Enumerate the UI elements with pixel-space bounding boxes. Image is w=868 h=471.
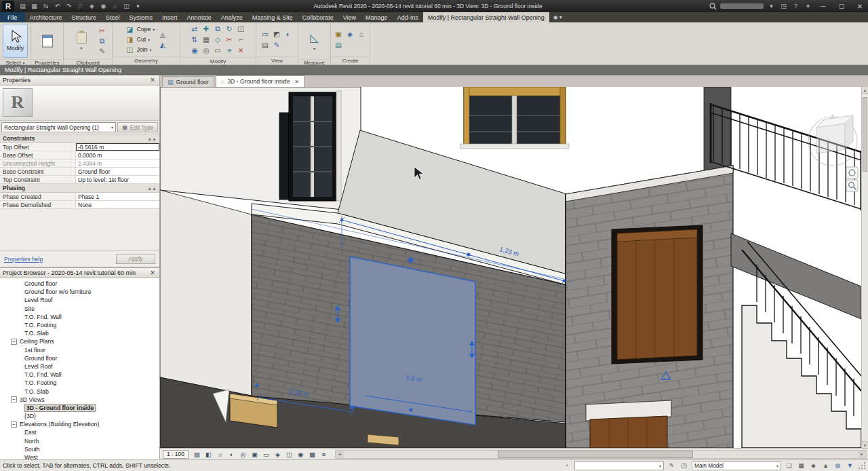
account-dropdown-icon[interactable]: ▾ <box>767 2 776 11</box>
door-right[interactable] <box>612 225 703 364</box>
section-icon[interactable]: ◫ <box>122 2 131 11</box>
align-icon[interactable]: ⇄ <box>190 24 200 33</box>
tab-analyze[interactable]: Analyze <box>216 12 248 22</box>
base-offset-input[interactable]: 0.0000 m <box>76 151 159 159</box>
door-bottom[interactable] <box>586 400 671 448</box>
view-tab-3d-ground-floor[interactable]: ⌂ 3D - Ground floor inside ✕ <box>216 75 304 87</box>
list-item[interactable]: West <box>0 453 159 459</box>
top-constraint-input[interactable]: Up to level: 1st floor <box>76 176 159 183</box>
tab-architecture[interactable]: Architecture <box>25 12 67 22</box>
info-dropdown-icon[interactable]: ▾ <box>804 2 812 11</box>
edit-type-button[interactable]: ▦ Edit Type <box>117 122 158 132</box>
close-view-tab-icon[interactable]: ✕ <box>294 79 299 85</box>
measure-icon[interactable]: ◈ <box>87 2 96 11</box>
visual-style-icon[interactable]: ◧ <box>203 450 214 459</box>
list-item[interactable]: {3D} <box>0 412 159 420</box>
tag-icon[interactable]: ◉ <box>99 2 108 11</box>
exclude-options-icon[interactable]: ❏ <box>785 462 793 469</box>
phase-created-input[interactable]: Phase 1 <box>76 193 159 200</box>
section-constraints[interactable]: Constraints▲▲ <box>0 134 159 143</box>
wall-joins-icon[interactable]: ◬ <box>157 30 167 39</box>
open-icon[interactable]: ▤ <box>18 2 27 11</box>
close-button[interactable]: ✕ <box>852 0 867 12</box>
lock-view-icon[interactable]: ◈ <box>273 450 283 459</box>
scroll-right-icon[interactable]: ► <box>858 451 866 458</box>
select-pinned-icon[interactable]: ◍ <box>833 462 842 469</box>
panel-label-view[interactable]: View <box>256 56 298 64</box>
tab-insert[interactable]: Insert <box>157 12 182 22</box>
help-icon[interactable]: ? <box>791 2 800 11</box>
vertical-scroll-thumb[interactable] <box>863 97 867 172</box>
crop-view-icon[interactable]: ▣ <box>250 450 260 459</box>
list-item[interactable]: T.O. Fnd. Wall <box>0 371 159 379</box>
offset-icon[interactable]: ⇅ <box>190 35 200 44</box>
tab-modify-contextual[interactable]: Modify | Rectangular Straight Wall Openi… <box>423 12 549 22</box>
rotate-icon[interactable]: ↻ <box>224 24 235 33</box>
sun-path-icon[interactable]: ☼ <box>215 450 225 459</box>
copy-element-icon[interactable]: ⧉ <box>213 24 223 33</box>
tab-file[interactable]: File <box>0 12 25 22</box>
linework-icon[interactable]: ✎ <box>272 40 282 50</box>
hide-icon[interactable]: ◐ <box>283 29 294 39</box>
project-browser-close-icon[interactable]: ✕ <box>149 269 157 276</box>
panel-label-create[interactable]: Create <box>331 56 370 64</box>
user-account[interactable] <box>720 3 764 9</box>
list-item[interactable]: T.O. Footing <box>0 321 159 329</box>
constraints-icon[interactable]: ≡ <box>319 450 329 459</box>
copy-icon[interactable]: ⧉ <box>97 36 107 45</box>
join-ends-icon[interactable]: ≡ <box>224 45 235 55</box>
tab-structure[interactable]: Structure <box>67 12 102 22</box>
list-item[interactable]: Ground floor w/o furniture <box>0 288 159 296</box>
exchange-apps-icon[interactable]: ◳ <box>779 2 788 11</box>
list-item[interactable]: North <box>0 437 159 445</box>
collapse-box-icon[interactable]: − <box>11 339 17 345</box>
design-options-combo[interactable]: Main Model ▾ <box>692 461 781 470</box>
type-selector[interactable]: Rectangular Straight Wall Opening (1) ▾ <box>1 122 116 132</box>
redo-icon[interactable]: ↷ <box>64 2 73 11</box>
top-offset-input[interactable]: -0.5616 m <box>76 143 159 151</box>
list-item-selected[interactable]: 3D - Ground floor inside <box>0 404 159 412</box>
join-button[interactable]: ◫Join▾ <box>125 45 155 54</box>
tab-annotate[interactable]: Annotate <box>182 12 216 22</box>
collapse-box-icon[interactable]: − <box>11 396 17 402</box>
cope-button[interactable]: ◪Cope▾ <box>125 24 155 34</box>
scroll-down-icon[interactable]: ▼ <box>862 441 868 448</box>
list-item[interactable]: 1st floor <box>0 346 159 354</box>
sync-icon[interactable]: ⇆ <box>41 2 50 11</box>
list-item[interactable]: Level Roof <box>0 296 159 304</box>
maximize-button[interactable]: ▢ <box>834 0 849 12</box>
drawing-canvas[interactable]: 1.23 m 1.23 m 1.0 m <box>160 87 868 448</box>
3d-scene[interactable]: 1.23 m 1.23 m 1.0 m <box>160 87 861 448</box>
create-similar-icon[interactable]: ◈ <box>345 29 355 39</box>
mirror-icon[interactable]: ◫ <box>236 24 246 33</box>
panel-label-modify[interactable]: Modify <box>180 57 256 64</box>
properties-toggle-button[interactable] <box>35 24 60 58</box>
section-phasing[interactable]: Phasing▲▲ <box>0 184 159 193</box>
cut-icon[interactable]: ✂ <box>97 26 107 35</box>
tree-group-3d-views[interactable]: −3D Views <box>0 396 159 404</box>
shadows-icon[interactable]: ◐ <box>226 450 237 459</box>
detail-level-icon[interactable]: ▤ <box>192 450 202 459</box>
tab-systems[interactable]: Systems <box>125 12 158 22</box>
filter-icon[interactable]: ▼ <box>846 462 854 469</box>
list-item[interactable]: South <box>0 445 159 453</box>
reveal-hidden-icon[interactable]: ◉ <box>296 450 306 459</box>
print-icon[interactable]: ⎍ <box>76 2 85 11</box>
properties-close-icon[interactable]: ✕ <box>149 77 157 83</box>
create-assembly-icon[interactable]: ⌂ <box>357 29 367 39</box>
collapse-box-icon[interactable]: − <box>11 421 17 428</box>
minimize-button[interactable]: ─ <box>816 0 831 12</box>
ribbon-options-icon[interactable]: ◉▾ <box>549 12 566 22</box>
paste-button[interactable]: ▾ <box>68 24 94 58</box>
list-item[interactable]: East <box>0 428 159 436</box>
list-item[interactable]: T.O. Slab <box>0 329 159 337</box>
window-top[interactable] <box>460 87 569 149</box>
create-parts-icon[interactable]: ▤ <box>334 40 344 50</box>
search-icon[interactable] <box>709 3 717 10</box>
render-icon[interactable]: ◎ <box>238 450 248 459</box>
horizontal-scroll-thumb[interactable] <box>498 451 693 458</box>
select-underlay-icon[interactable]: ▲ <box>821 462 830 469</box>
press-drag-icon[interactable]: ▦ <box>797 462 806 469</box>
trim-icon[interactable]: ⌐ <box>236 35 246 44</box>
list-item[interactable]: Level Roof <box>0 362 159 371</box>
